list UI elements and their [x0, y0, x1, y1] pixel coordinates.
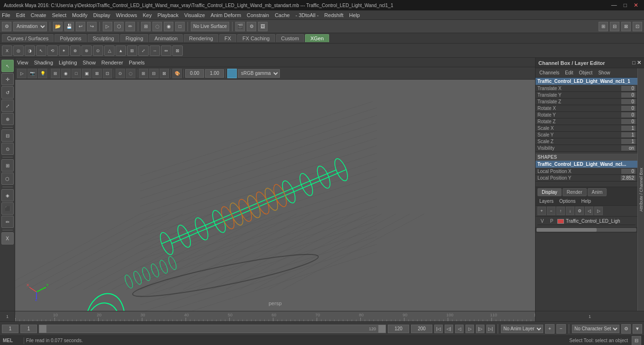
char-set-select[interactable]: No Character Set	[572, 325, 619, 333]
le-up-btn[interactable]: ↑	[556, 207, 565, 215]
le-settings-btn[interactable]: ⚙	[575, 207, 584, 215]
skip-to-end-btn[interactable]: ▷|	[486, 325, 495, 333]
move-tool-btn[interactable]: ✛	[1, 73, 14, 85]
le-tab-anim[interactable]: Anim	[588, 188, 607, 196]
render-settings-icon[interactable]: ⚙	[247, 22, 256, 31]
select-tool-btn[interactable]: ↖	[1, 60, 14, 72]
menu-windows[interactable]: Windows	[116, 12, 137, 18]
menu-anim-deform[interactable]: Anim Deform	[211, 12, 241, 18]
vp-color-swatch[interactable]	[227, 69, 237, 78]
undo-icon[interactable]: ↩	[76, 22, 85, 31]
menu-3dto-all[interactable]: - 3DtoAll -	[295, 12, 319, 18]
select-icon[interactable]: ▷	[103, 22, 112, 31]
vp-grid-btn[interactable]: ⊞	[139, 69, 148, 78]
vp-select-btn[interactable]: ▷	[17, 69, 27, 78]
layer-playback-btn[interactable]: P	[548, 218, 555, 224]
play-forward-btn[interactable]: ▷	[465, 325, 474, 333]
vp-bounding-btn[interactable]: ▣	[82, 69, 91, 78]
maximize-btn[interactable]: □	[622, 2, 629, 9]
gamma-select[interactable]: sRGB gamma	[238, 69, 280, 78]
menu-constrain[interactable]: Constrain	[247, 12, 269, 18]
xgen-tool-11[interactable]: ▲	[116, 45, 126, 56]
xgen-tool-1[interactable]: X	[2, 45, 12, 56]
le-delete-btn[interactable]: −	[547, 207, 555, 215]
3d-viewport[interactable]: persp Y X Z	[15, 80, 535, 311]
anim-layer-select[interactable]: No Anim Layer	[501, 325, 543, 333]
xgen-tool-3[interactable]: ◑	[25, 45, 35, 56]
snap-point-icon[interactable]: ◉	[164, 22, 173, 31]
vp-far-clip[interactable]	[205, 69, 224, 78]
vp-isolate-btn[interactable]: ⊙	[116, 69, 125, 78]
layer-color-swatch[interactable]	[557, 219, 564, 224]
render-view-icon[interactable]: 🖼	[258, 22, 268, 31]
step-back-btn[interactable]: ◁|	[445, 325, 453, 333]
open-icon[interactable]: 📂	[53, 22, 63, 31]
marker-btn[interactable]: ◈	[1, 189, 14, 201]
xgen-tool-9[interactable]: ⊙	[93, 45, 103, 56]
lasso-icon[interactable]: ⬡	[114, 22, 124, 31]
xgen-tool-15[interactable]: ⇔	[161, 45, 171, 56]
vp-xray-btn[interactable]: ◌	[126, 69, 135, 78]
menu-modify[interactable]: Modify	[72, 12, 87, 18]
status-options-btn[interactable]: ⊟	[632, 336, 641, 345]
vp-color-btn[interactable]: 🎨	[172, 69, 182, 78]
menu-key[interactable]: Key	[143, 12, 152, 18]
tab-rendering[interactable]: Rendering	[184, 34, 218, 42]
cb-expand-btn[interactable]: □	[632, 60, 635, 66]
close-btn[interactable]: ✕	[632, 2, 640, 9]
anim-layer-add-btn[interactable]: +	[545, 324, 555, 334]
layer-sub-tab-help[interactable]: Help	[579, 198, 593, 204]
timeline-ruler[interactable]	[15, 311, 535, 321]
layout-icon2[interactable]: ⊟	[610, 22, 619, 31]
menu-redshift[interactable]: Redshift	[324, 12, 343, 18]
le-right-btn[interactable]: ▷	[594, 207, 603, 215]
menu-edit[interactable]: Edit	[16, 12, 25, 18]
viewport-menu-panels[interactable]: Panels	[129, 60, 145, 65]
no-live-surface-btn[interactable]: No Live Surface	[191, 22, 229, 31]
layout-icon4[interactable]: ⊡	[633, 22, 642, 31]
vp-smooth-btn[interactable]: ◉	[61, 69, 71, 78]
redo-icon[interactable]: ↪	[87, 22, 97, 31]
layer-sub-tab-layers[interactable]: Layers	[537, 198, 555, 204]
lasso-btn[interactable]: ⬡	[1, 172, 14, 185]
le-create-btn[interactable]: +	[537, 207, 546, 215]
snap-curve-icon[interactable]: ◌	[152, 22, 162, 31]
snap-btn[interactable]: ⊞	[1, 159, 14, 172]
menu-playback[interactable]: Playback	[157, 12, 179, 18]
layer-sub-tab-options[interactable]: Options	[557, 198, 577, 204]
snap-grid-icon[interactable]: ⊞	[141, 22, 151, 31]
anim-layer-remove-btn[interactable]: −	[556, 324, 566, 334]
vp-light-btn[interactable]: 💡	[38, 69, 47, 78]
audio-end-input[interactable]	[411, 325, 432, 333]
le-down-btn[interactable]: ↓	[566, 207, 574, 215]
xgen-tool-10[interactable]: △	[104, 45, 115, 56]
tab-fx-caching[interactable]: FX Caching	[237, 34, 275, 42]
menu-cache[interactable]: Cache	[275, 12, 290, 18]
xgen-tool-8[interactable]: ⊗	[81, 45, 92, 56]
attribute-side-tab[interactable]: Attribute / Channel Box	[637, 68, 644, 311]
cb-tab-object[interactable]: Object	[577, 70, 595, 76]
universal-tool-btn[interactable]: ⊕	[1, 113, 14, 125]
viewport-menu-view[interactable]: View	[17, 60, 28, 65]
xgen-tool-7[interactable]: ⊕	[70, 45, 80, 56]
tab-rigging[interactable]: Rigging	[120, 34, 148, 42]
xgen-tool-13[interactable]: ⤢	[138, 45, 149, 56]
layer-name[interactable]: Traffic_Control_LED_Ligh	[566, 218, 635, 224]
cb-close-btn[interactable]: ✕	[637, 60, 641, 66]
vp-camera-btn[interactable]: 📷	[27, 69, 37, 78]
minimize-btn[interactable]: —	[609, 2, 619, 9]
tab-xgen[interactable]: XGen	[305, 34, 329, 42]
vp-near-clip[interactable]	[185, 69, 204, 78]
cb-tab-show[interactable]: Show	[596, 70, 612, 76]
mode-select[interactable]: Animation Modeling	[13, 22, 47, 31]
vp-wireframe-btn[interactable]: ⊞	[51, 69, 60, 78]
xgen-tool-5[interactable]: ⟲	[47, 45, 58, 56]
settings-icon[interactable]: ⚙	[2, 22, 11, 31]
viewport-menu-renderer[interactable]: Renderer	[101, 60, 123, 65]
menu-file[interactable]: File	[2, 12, 10, 18]
tab-sculpting[interactable]: Sculpting	[88, 34, 119, 42]
char-set-btn2[interactable]: ▼	[633, 324, 642, 334]
menu-help[interactable]: Help	[349, 12, 360, 18]
vp-flat-btn[interactable]: □	[72, 69, 81, 78]
rotate-tool-btn[interactable]: ↺	[1, 86, 14, 99]
